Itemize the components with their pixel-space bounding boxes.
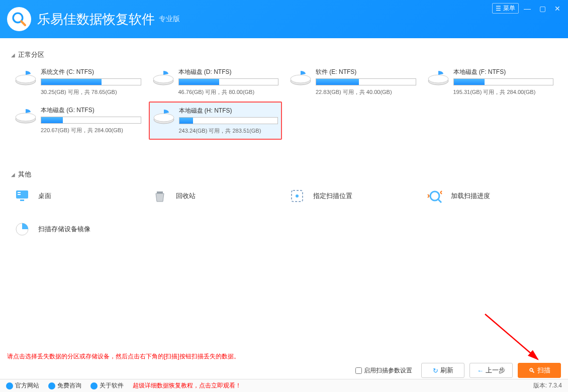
- svg-point-20: [296, 194, 299, 198]
- other-custom-loc[interactable]: 指定扫描位置: [286, 184, 420, 208]
- other-label: 扫描存储设备镜像: [38, 225, 90, 234]
- svg-line-22: [438, 200, 441, 203]
- hint-text: 请点击选择丢失数据的分区或存储设备，然后点击右下角的[扫描]按钮扫描丢失的数据。: [7, 352, 240, 361]
- drive-name: 本地磁盘 (G: NTFS): [41, 106, 141, 115]
- drive-item[interactable]: 本地磁盘 (D: NTFS) 46.76(GB) 可用，共 80.00(GB): [149, 63, 282, 101]
- drive-name: 本地磁盘 (H: NTFS): [179, 107, 278, 115]
- drive-stats: 220.67(GB) 可用，共 284.00(GB): [41, 127, 141, 134]
- drive-icon: [15, 68, 37, 86]
- drive-item[interactable]: 本地磁盘 (H: NTFS) 243.24(GB) 可用，共 283.51(GB…: [149, 102, 282, 140]
- svg-point-3: [16, 75, 36, 83]
- drive-icon: [153, 107, 175, 125]
- chat-icon: [48, 382, 55, 389]
- other-desktop[interactable]: 桌面: [11, 184, 145, 208]
- drive-icon: [290, 68, 312, 86]
- annotation-arrow: [483, 312, 558, 367]
- app-logo: [7, 7, 31, 31]
- svg-point-13: [154, 114, 174, 122]
- enable-params-checkbox[interactable]: 启用扫描参数设置: [355, 366, 412, 375]
- scan-button[interactable]: 🔍︎扫描: [518, 363, 561, 378]
- drive-stats: 243.24(GB) 可用，共 283.51(GB): [179, 127, 278, 135]
- app-subtitle: 专业版: [159, 15, 180, 24]
- other-scan-image[interactable]: 扫描存储设备镜像: [11, 217, 145, 241]
- drive-name: 系统文件 (C: NTFS): [41, 68, 141, 76]
- menu-button[interactable]: ☰菜单: [492, 3, 519, 14]
- drive-icon: [152, 68, 174, 86]
- drive-item[interactable]: 本地磁盘 (G: NTFS) 220.67(GB) 可用，共 284.00(GB…: [11, 102, 145, 140]
- other-label: 回收站: [176, 191, 196, 201]
- prev-button[interactable]: ←上一步: [469, 363, 513, 378]
- search-icon: 🔍︎: [529, 367, 535, 374]
- custom-loc-icon: [289, 188, 305, 204]
- drive-stats: 46.76(GB) 可用，共 80.00(GB): [178, 88, 279, 96]
- drive-name: 软件 (E: NTFS): [316, 68, 416, 76]
- statusbar: 官方网站 免费咨询 关于软件 超级详细数据恢复教程，点击立即观看！ 版本: 7.…: [0, 379, 568, 392]
- drive-usage-bar: [41, 78, 141, 85]
- refresh-icon: ↻: [433, 367, 438, 374]
- info-icon: [90, 382, 98, 389]
- close-button[interactable]: ✕: [551, 4, 564, 13]
- maximize-button[interactable]: ▢: [536, 4, 549, 13]
- other-recycle[interactable]: 回收站: [149, 184, 282, 208]
- section-partitions-header: ◢正常分区: [11, 50, 557, 59]
- drive-usage-bar: [178, 78, 279, 85]
- drive-icon: [427, 68, 449, 86]
- other-label: 加载扫描进度: [451, 191, 490, 201]
- link-about[interactable]: 关于软件: [90, 381, 124, 390]
- drive-name: 本地磁盘 (D: NTFS): [178, 68, 279, 76]
- other-label: 桌面: [38, 191, 51, 201]
- drive-stats: 195.31(GB) 可用，共 284.00(GB): [453, 88, 554, 96]
- svg-line-24: [485, 314, 538, 359]
- drive-usage-bar: [453, 78, 554, 85]
- globe-icon: [6, 382, 13, 389]
- desktop-icon: [14, 188, 30, 204]
- tutorial-link[interactable]: 超级详细数据恢复教程，点击立即观看！: [133, 381, 241, 390]
- drive-name: 本地磁盘 (F: NTFS): [453, 68, 554, 76]
- collapse-icon[interactable]: ◢: [11, 52, 15, 58]
- action-bar: 启用扫描参数设置 ↻刷新 ←上一步 🔍︎扫描: [355, 363, 561, 378]
- link-website[interactable]: 官方网站: [6, 381, 39, 390]
- svg-point-5: [153, 75, 173, 83]
- svg-rect-18: [157, 191, 163, 193]
- scan-image-icon: [14, 221, 30, 237]
- section-others-header: ◢其他: [11, 170, 557, 179]
- svg-point-21: [430, 191, 439, 201]
- drive-usage-bar: [41, 117, 141, 124]
- svg-line-1: [21, 21, 25, 25]
- svg-rect-16: [18, 192, 21, 193]
- other-label: 指定扫描位置: [313, 191, 352, 201]
- svg-point-9: [428, 75, 448, 83]
- drive-stats: 22.83(GB) 可用，共 40.00(GB): [316, 88, 416, 96]
- recycle-icon: [152, 188, 168, 204]
- svg-rect-15: [20, 200, 24, 201]
- drive-item[interactable]: 系统文件 (C: NTFS) 30.25(GB) 可用，共 78.65(GB): [11, 63, 145, 101]
- version-label: 版本: 7.3.4: [533, 381, 562, 390]
- app-title: 乐易佳数据恢复软件: [37, 11, 155, 28]
- drive-usage-bar: [179, 117, 278, 124]
- minimize-button[interactable]: —: [521, 4, 534, 13]
- other-load-progress[interactable]: 加载扫描进度: [424, 184, 557, 208]
- drive-item[interactable]: 软件 (E: NTFS) 22.83(GB) 可用，共 40.00(GB): [286, 63, 420, 101]
- load-progress-icon: [427, 188, 443, 204]
- arrow-left-icon: ←: [477, 367, 484, 374]
- svg-point-7: [291, 75, 311, 83]
- drive-item[interactable]: 本地磁盘 (F: NTFS) 195.31(GB) 可用，共 284.00(GB…: [424, 63, 557, 101]
- refresh-button[interactable]: ↻刷新: [421, 363, 464, 378]
- svg-rect-17: [18, 194, 21, 195]
- link-consult[interactable]: 免费咨询: [48, 381, 81, 390]
- collapse-icon[interactable]: ◢: [11, 172, 15, 177]
- svg-point-11: [16, 113, 36, 121]
- drive-icon: [15, 106, 37, 124]
- drive-usage-bar: [316, 78, 416, 85]
- menu-icon: ☰: [496, 5, 501, 12]
- titlebar: 乐易佳数据恢复软件 专业版 ☰菜单 — ▢ ✕: [0, 0, 568, 38]
- drive-stats: 30.25(GB) 可用，共 78.65(GB): [41, 88, 141, 96]
